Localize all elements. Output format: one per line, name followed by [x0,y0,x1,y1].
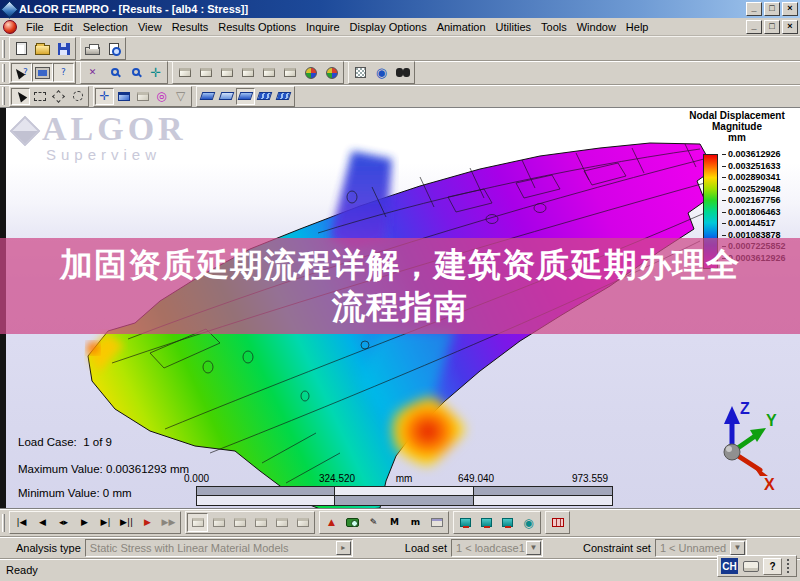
find-button[interactable] [392,63,413,82]
plate-view2-button[interactable] [217,88,236,105]
menu-view[interactable]: View [133,19,167,35]
refresh-tags-button[interactable]: ◉ [518,513,539,532]
select-point-button[interactable] [11,88,30,105]
view-back-button[interactable] [195,63,216,82]
plate-view3-button[interactable] [236,88,255,105]
menu-results-options[interactable]: Results Options [213,19,301,35]
child-close-button[interactable]: × [782,20,798,34]
menu-display-options[interactable]: Display Options [345,19,432,35]
plate-view5-button[interactable] [274,88,293,105]
snapshot-button[interactable] [342,513,363,532]
center-frame-button[interactable]: ◂▸ [53,513,74,532]
legend-window-button[interactable] [426,513,447,532]
show-maximum-button[interactable]: M [384,513,405,532]
print-button[interactable] [82,39,103,58]
load-set-dropdown-icon[interactable]: ▼ [526,541,541,555]
save-button[interactable] [53,39,74,58]
view-bottom-button[interactable] [237,63,258,82]
menu-tools[interactable]: Tools [536,19,572,35]
plate-view4-button[interactable] [255,88,274,105]
tag-elements-button[interactable] [476,513,497,532]
select-vertices-button[interactable]: ✛ [95,88,114,105]
view-left-button[interactable] [258,63,279,82]
analysis-type-combo[interactable]: Static Stress with Linear Material Model… [85,539,353,557]
menu-selection[interactable]: Selection [78,19,133,35]
view-iso2-button[interactable] [321,63,342,82]
menu-animation[interactable]: Animation [432,19,491,35]
restore-button[interactable]: □ [764,2,780,16]
select-polygon-button[interactable] [49,88,68,105]
displaced-model-button[interactable] [187,513,208,532]
first-frame-button[interactable]: |◀ [11,513,32,532]
presentation-button[interactable] [32,63,53,82]
menu-edit[interactable]: Edit [49,19,78,35]
animate-button[interactable]: ▶ [137,513,158,532]
analysis-type-expand-button[interactable]: ▸ [336,541,351,555]
probe-pencil-icon: ✎ [370,518,378,527]
new-button[interactable] [11,39,32,58]
document-icon[interactable] [3,20,17,34]
language-bar-grip[interactable] [787,559,793,573]
language-help-button[interactable]: ? [763,558,782,575]
toolbar-handle[interactable] [2,64,5,82]
undisplaced-model-button[interactable] [208,513,229,532]
report-table-button[interactable] [547,513,568,532]
previous-frame-button[interactable]: ◀ [32,513,53,532]
max-marker-button[interactable]: ▲ [321,513,342,532]
zoom-box-button[interactable] [124,63,145,82]
menu-utilities[interactable]: Utilities [491,19,536,35]
show-minimum-button[interactable]: m [405,513,426,532]
select-surfaces-button[interactable] [114,88,133,105]
tag-values-button[interactable] [497,513,518,532]
load-set-combo[interactable]: 1 < loadcase1 > ▼ [451,539,543,557]
fast-forward-button[interactable]: ▶▶ [158,513,179,532]
select-rectangle-button[interactable] [30,88,49,105]
shaded-overlay-button[interactable] [292,513,313,532]
child-minimize-button[interactable]: _ [746,20,762,34]
menu-help[interactable]: Help [621,19,654,35]
constraint-set-dropdown-icon[interactable]: ▼ [730,541,745,555]
view-front-button[interactable] [174,63,195,82]
probe-button[interactable]: ✎ [363,513,384,532]
tag-nodes-button[interactable] [455,513,476,532]
constraint-set-combo[interactable]: 1 < Unnamed > ▼ [655,539,747,557]
child-restore-button[interactable]: □ [764,20,780,34]
play-button[interactable]: ▶ [74,513,95,532]
menu-window[interactable]: Window [572,19,621,35]
mesh-overlay-button[interactable] [271,513,292,532]
select-mesh-button[interactable]: ◎ [152,88,171,105]
zoom-in-button[interactable] [103,63,124,82]
toolbar-handle[interactable] [2,514,5,532]
toolbar-handle[interactable] [2,87,5,105]
view-top-button[interactable] [216,63,237,82]
print-preview-button[interactable] [103,39,124,58]
keyboard-button[interactable] [741,558,760,575]
select-parts-button[interactable] [133,88,152,105]
legend-value: 0.002890341 [722,172,786,184]
toolbar-handle[interactable] [2,40,5,58]
select-inquire-button[interactable]: ? [11,63,32,82]
zoom-extents-button[interactable]: ✕ [82,63,103,82]
menu-file[interactable]: File [21,19,49,35]
scale-displacement-button[interactable] [250,513,271,532]
orbit-button[interactable]: ◉ [371,63,392,82]
plate-view1-button[interactable] [198,88,217,105]
next-frame-button[interactable]: ▶| [95,513,116,532]
both-models-button[interactable] [229,513,250,532]
previous-frame-icon: ◀ [39,518,46,527]
close-button[interactable]: × [782,2,798,16]
minimize-button[interactable]: _ [746,2,762,16]
last-frame-button[interactable]: ▶|| [116,513,137,532]
filter-button[interactable]: ▽ [171,88,190,105]
select-circle-button[interactable] [68,88,87,105]
results-viewport[interactable]: ALGOR Superview [0,107,800,508]
inquire-results-button[interactable]: ? [53,63,74,82]
view-iso-button[interactable] [300,63,321,82]
view-right-button[interactable] [279,63,300,82]
open-button[interactable] [32,39,53,58]
menu-inquire[interactable]: Inquire [301,19,345,35]
input-language-badge[interactable]: CH [721,558,738,574]
pan-button[interactable]: ✛ [145,63,166,82]
menu-results[interactable]: Results [167,19,214,35]
dither-button[interactable] [350,63,371,82]
